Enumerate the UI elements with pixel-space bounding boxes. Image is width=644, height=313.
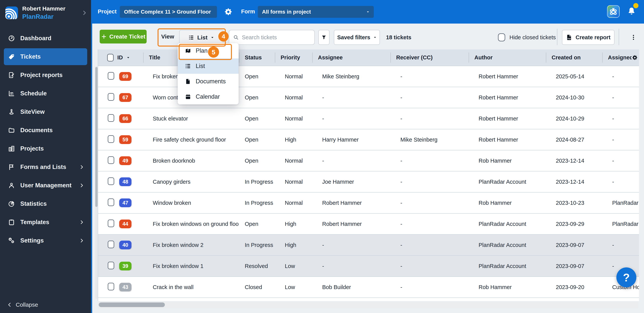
view-menu-item-calendar[interactable]: Calendar <box>178 89 239 104</box>
cell-assignee: Joe Hammer <box>312 179 390 185</box>
select-all-checkbox[interactable] <box>107 54 114 61</box>
ticket-row[interactable]: 47Window brokenIn ProgressNormalRobert H… <box>98 193 639 214</box>
sidebar-item-templates[interactable]: Templates <box>4 214 87 231</box>
ticket-row[interactable]: 44Fix broken windows on ground floorOpen… <box>98 214 639 235</box>
sidebar-item-label: Schedule <box>20 90 47 97</box>
row-checkbox[interactable] <box>108 93 114 101</box>
ticket-row[interactable]: 66Stuck elevatorOpenNormal--Robert Hamme… <box>98 108 639 129</box>
cell-assignee: Robert Hammer <box>312 200 390 206</box>
annotation-step-badge-4: 4 <box>218 31 229 41</box>
connect-app-button[interactable] <box>607 5 620 18</box>
report-icon <box>8 72 15 78</box>
vertical-scrollbar-thumb[interactable] <box>95 67 98 207</box>
account-info: Robert Hammer PlanRadar <box>22 5 77 20</box>
view-menu-item-label: List <box>196 63 205 69</box>
header-cell-assignee[interactable]: Assignee <box>312 49 390 66</box>
cell-status: Open <box>239 158 275 164</box>
row-checkbox[interactable] <box>108 156 114 164</box>
row-checkbox[interactable] <box>108 262 114 269</box>
more-options-button[interactable] <box>628 30 639 45</box>
sidebar-item-siteview[interactable]: SiteView <box>4 103 87 120</box>
cell-priority: Normal <box>275 115 312 122</box>
account-switcher[interactable]: Robert Hammer PlanRadar <box>0 0 91 20</box>
view-selector-button[interactable]: List <box>179 30 223 45</box>
horizontal-scrollbar[interactable] <box>98 301 639 309</box>
header-cell-receiver[interactable]: Receiver (CC) <box>390 49 469 66</box>
cell-assignee: - <box>312 94 390 101</box>
page-icon <box>185 78 191 84</box>
cell-author: Robert Hammer <box>469 137 546 143</box>
row-checkbox[interactable] <box>108 220 114 227</box>
cell-assigned: PlanRadar <box>602 221 639 227</box>
cell-receiver: - <box>390 200 469 206</box>
filter-button[interactable] <box>318 30 330 45</box>
ticket-row[interactable]: 43Crack in the wallClosedLowBob Builder-… <box>98 277 639 298</box>
sidebar-item-forms-and-lists[interactable]: Forms and Lists <box>4 159 87 175</box>
sidebar-item-statistics[interactable]: Statistics <box>4 195 87 212</box>
ticket-id-badge: 66 <box>119 114 132 123</box>
row-checkbox[interactable] <box>108 114 114 122</box>
ticket-row[interactable]: 48Canopy girdersIn ProgressNormalJoe Ham… <box>98 171 639 193</box>
ticket-row[interactable]: 39Fix broken window 1ResolvedLow--PlanRa… <box>98 256 639 277</box>
saved-filters-label: Saved filters <box>337 34 370 41</box>
horizontal-scrollbar-thumb[interactable] <box>99 303 165 307</box>
cell-created: 2023-09-29 <box>546 221 602 227</box>
cell-priority: High <box>275 137 312 143</box>
sidebar-item-projects[interactable]: Projects <box>4 140 87 157</box>
sidebar-item-settings[interactable]: Settings <box>4 232 87 249</box>
sidebar-item-tickets[interactable]: Tickets <box>4 48 87 65</box>
project-label: Project <box>98 8 116 15</box>
sidebar-item-user-management[interactable]: User Management <box>4 177 87 194</box>
sidebar-item-schedule[interactable]: Schedule <box>4 85 87 102</box>
project-dropdown[interactable]: Office Complex 11 > Ground Floor <box>120 6 217 18</box>
siteview-icon <box>8 108 15 115</box>
cell-assigned: - <box>602 94 639 101</box>
ticket-row[interactable]: 59Fire safety check ground floorOpenHigh… <box>98 129 639 150</box>
header-cell-id[interactable]: ID <box>114 49 143 66</box>
row-checkbox[interactable] <box>108 177 114 185</box>
sidebar-item-documents[interactable]: Documents <box>4 122 87 139</box>
row-checkbox[interactable] <box>108 241 114 248</box>
cell-created: 2023-09-07 <box>546 263 602 269</box>
cell-assignee: - <box>312 263 390 269</box>
header-cell-status[interactable]: Status <box>239 49 275 66</box>
hide-closed-checkbox[interactable] <box>498 33 505 41</box>
saved-filters-button[interactable]: Saved filters <box>334 30 380 45</box>
annotation-step-badge-5: 5 <box>208 46 219 58</box>
form-dropdown[interactable]: All forms in project <box>258 6 374 18</box>
create-ticket-button[interactable]: Create Ticket <box>100 30 146 43</box>
vertical-scrollbar[interactable] <box>95 66 98 299</box>
help-button[interactable]: ? <box>616 267 636 287</box>
header-cell-created[interactable]: Created on <box>546 49 602 66</box>
header-cell-priority[interactable]: Priority <box>275 49 312 66</box>
header-cell-assigned[interactable]: Assigned <box>602 49 639 66</box>
cell-assigned: - <box>602 263 639 269</box>
create-report-button[interactable]: PDF Create report <box>562 30 614 45</box>
cell-status: In Progress <box>239 179 275 185</box>
sidebar-item-project-reports[interactable]: Project reports <box>4 67 87 83</box>
view-menu-item-list[interactable]: List <box>178 58 239 74</box>
pie-icon <box>8 200 15 207</box>
row-checkbox[interactable] <box>108 283 114 291</box>
sidebar-item-dashboard[interactable]: Dashboard <box>4 30 87 47</box>
ticket-row[interactable] <box>98 298 639 301</box>
row-checkbox[interactable] <box>108 198 114 206</box>
header-cell-author[interactable]: Author <box>469 49 546 66</box>
collapse-button[interactable]: Collapse <box>7 302 38 308</box>
search-input[interactable] <box>242 34 310 41</box>
main-content: Create Ticket View List Saved filters 18… <box>91 23 644 313</box>
ticket-row[interactable]: 40Fix broken window 2In ProgressHigh--Pl… <box>98 235 639 256</box>
ticket-id-badge: 47 <box>119 198 132 207</box>
sidebar-item-label: Project reports <box>20 72 63 78</box>
row-checkbox[interactable] <box>108 135 114 143</box>
view-menu-item-documents[interactable]: Documents <box>178 74 239 89</box>
cell-created: 2023-10-23 <box>546 200 602 206</box>
ticket-row[interactable]: 49Broken doorknobOpenNormal--Rob Hammer2… <box>98 150 639 171</box>
row-checkbox[interactable] <box>108 72 114 80</box>
project-settings-gear-icon[interactable] <box>224 7 233 16</box>
brand-name: PlanRadar <box>22 13 77 20</box>
hide-closed-toggle[interactable]: Hide closed tickets <box>498 30 556 45</box>
cell-status: Closed <box>239 284 275 291</box>
calendar-icon <box>185 94 191 100</box>
header-cell-select <box>98 49 114 66</box>
